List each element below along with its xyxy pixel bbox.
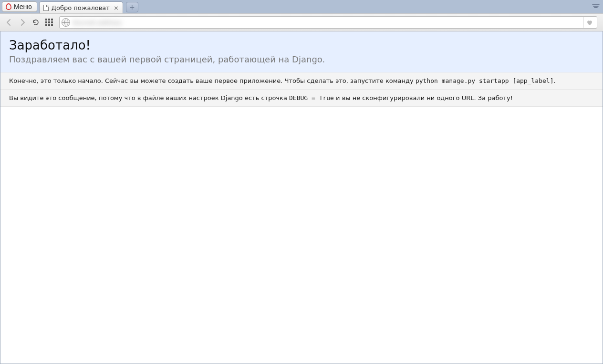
nav-toolbar: blurred address xyxy=(0,13,603,31)
menu-button[interactable]: Меню xyxy=(2,1,37,12)
debug-note-row: Вы видите это сообщение, потому что в фа… xyxy=(0,90,603,107)
back-button[interactable] xyxy=(4,17,14,28)
new-tab-button[interactable]: + xyxy=(126,2,138,12)
startapp-command-code: python manage.py startapp [app_label] xyxy=(416,77,554,84)
instructions-text-post: . xyxy=(553,77,555,84)
debug-text-post: и вы не сконфигурировали ни одного URL. … xyxy=(334,94,513,101)
forward-button[interactable] xyxy=(17,17,28,28)
debug-text-pre: Вы видите это сообщение, потому что в фа… xyxy=(9,94,289,101)
page-viewport: Заработало! Поздравляем вас с вашей перв… xyxy=(0,31,603,364)
debug-setting-code: DEBUG = True xyxy=(289,94,334,101)
close-icon[interactable]: × xyxy=(113,4,120,11)
document-icon xyxy=(43,5,49,11)
panel-toggle-button[interactable] xyxy=(591,1,601,12)
browser-chrome: Меню Добро пожаловат × + xyxy=(0,0,603,31)
globe-icon xyxy=(62,18,70,27)
reload-button[interactable] xyxy=(31,17,41,28)
menu-label: Меню xyxy=(14,3,32,10)
instructions-text-pre: Конечно, это только начало. Сейчас вы мо… xyxy=(9,77,416,84)
page-subtitle: Поздравляем вас с вашей первой страницей… xyxy=(9,54,594,64)
opera-logo-icon xyxy=(6,3,11,10)
speed-dial-button[interactable] xyxy=(44,17,54,28)
instructions-row: Конечно, это только начало. Сейчас вы мо… xyxy=(0,72,603,90)
browser-tab[interactable]: Добро пожаловат × xyxy=(39,1,123,13)
address-bar[interactable]: blurred address xyxy=(59,16,597,29)
tab-title: Добро пожаловат xyxy=(52,4,110,11)
page-title: Заработало! xyxy=(9,38,594,52)
url-text: blurred address xyxy=(73,19,582,26)
bookmark-button[interactable] xyxy=(583,17,595,28)
speed-dial-icon xyxy=(45,19,53,26)
django-welcome-header: Заработало! Поздравляем вас с вашей перв… xyxy=(0,31,603,72)
tab-strip: Меню Добро пожаловат × + xyxy=(0,0,603,13)
